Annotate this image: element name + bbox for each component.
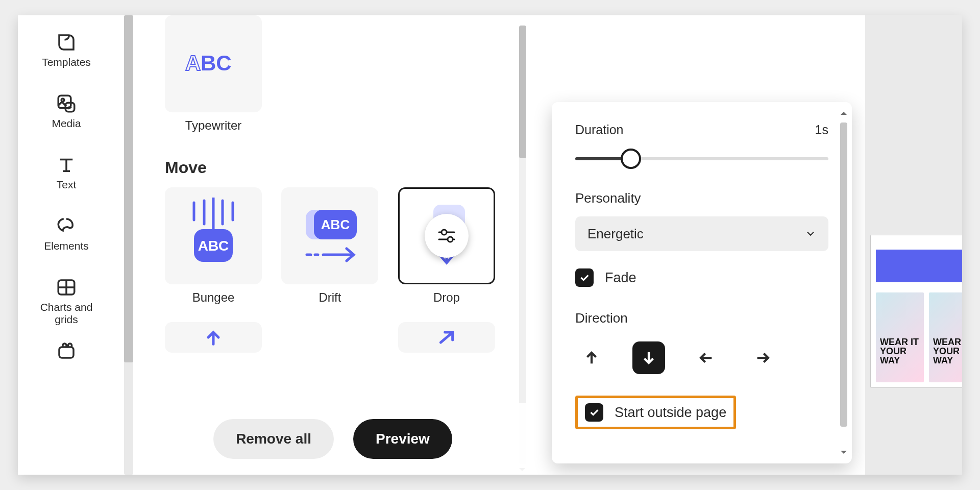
- direction-up-button[interactable]: [575, 341, 608, 374]
- scroll-up-icon: [839, 108, 849, 118]
- check-icon: [589, 407, 600, 418]
- duration-value: 1s: [815, 122, 828, 137]
- check-icon: [579, 272, 590, 283]
- animation-label: Typewriter: [185, 118, 242, 133]
- bungee-preview-icon: ABC: [178, 198, 249, 274]
- canvas-thumbnail-2: WEAR IT YOUR WAY: [929, 292, 962, 382]
- sidebar-label-elements: Elements: [44, 240, 89, 252]
- fade-checkbox[interactable]: [575, 268, 594, 287]
- sidebar-item-text[interactable]: Text: [56, 154, 77, 191]
- text-icon: [56, 154, 77, 176]
- animation-panel: A BC Typewriter Move: [136, 15, 529, 475]
- arrow-right-icon: [754, 349, 772, 366]
- animation-card-typewriter[interactable]: A BC Typewriter: [165, 15, 262, 133]
- sidebar-item-templates[interactable]: Templates: [42, 32, 91, 68]
- animation-card-extra-3[interactable]: [398, 322, 495, 353]
- animation-options-popover: Duration 1s Personality Energetic Fade D…: [552, 102, 852, 463]
- start-outside-highlight: Start outside page: [575, 396, 736, 429]
- sidebar-item-media[interactable]: Media: [52, 93, 81, 130]
- animation-card-extra-1[interactable]: [165, 322, 262, 353]
- sidebar-scrollbar[interactable]: [121, 15, 136, 475]
- start-outside-label: Start outside page: [615, 405, 726, 421]
- remove-all-button[interactable]: Remove all: [213, 419, 334, 459]
- sidebar-label-media: Media: [52, 117, 81, 130]
- section-title-move: Move: [165, 158, 529, 177]
- animation-label: Bungee: [192, 290, 235, 305]
- canvas-thumbnail-1: WEAR IT YOUR WAY: [876, 292, 924, 382]
- addons-icon: [56, 340, 77, 361]
- direction-label: Direction: [575, 310, 828, 326]
- personality-value: Energetic: [587, 226, 644, 242]
- canvas-document[interactable]: WEAR IT YOUR WAY WEAR IT YOUR WAY: [870, 235, 962, 388]
- arrow-down-icon: [640, 349, 657, 366]
- arrow-up-icon: [583, 349, 600, 366]
- duration-slider[interactable]: [575, 151, 828, 167]
- arrow-upright-icon: [435, 327, 458, 348]
- sidebar-item-charts[interactable]: Charts and grids: [33, 277, 100, 326]
- media-icon: [56, 93, 77, 114]
- start-outside-checkbox[interactable]: [585, 403, 603, 422]
- drift-preview-icon: ABC: [291, 198, 368, 274]
- charts-icon: [56, 277, 77, 298]
- personality-select[interactable]: Energetic: [575, 216, 828, 251]
- direction-buttons: [575, 341, 828, 374]
- animation-card-bungee[interactable]: ABC Bungee: [165, 187, 262, 305]
- scroll-down-icon: [839, 447, 849, 457]
- svg-rect-4: [59, 347, 74, 358]
- elements-icon: [56, 215, 77, 237]
- canvas-area: WEAR IT YOUR WAY WEAR IT YOUR WAY: [865, 15, 962, 475]
- svg-text:BC: BC: [201, 51, 232, 75]
- chevron-down-icon: [805, 228, 816, 239]
- svg-point-22: [442, 230, 447, 235]
- svg-text:ABC: ABC: [198, 238, 229, 254]
- canvas-blue-bar: [876, 250, 962, 282]
- animation-label: Drop: [433, 290, 460, 305]
- svg-text:ABC: ABC: [321, 217, 350, 232]
- sidebar-label-charts: Charts and grids: [33, 301, 100, 326]
- animation-card-drop[interactable]: Drop: [398, 187, 495, 305]
- sidebar-label-text: Text: [57, 179, 77, 191]
- svg-text:A: A: [185, 51, 201, 75]
- fade-label: Fade: [605, 270, 636, 286]
- duration-label: Duration: [575, 122, 624, 137]
- preview-button[interactable]: Preview: [353, 419, 452, 459]
- sidebar-label-templates: Templates: [42, 56, 91, 68]
- sliders-icon: [435, 224, 458, 248]
- left-sidebar: Templates Media Text Elements Charts and…: [18, 15, 115, 475]
- direction-down-button[interactable]: [632, 341, 665, 374]
- arrow-left-icon: [697, 349, 715, 366]
- fade-checkbox-row[interactable]: Fade: [575, 268, 828, 287]
- sidebar-item-addons[interactable]: [56, 340, 77, 361]
- direction-right-button[interactable]: [747, 341, 779, 374]
- svg-point-24: [448, 237, 453, 242]
- arrow-up-icon: [203, 327, 224, 348]
- animation-panel-footer: Remove all Preview: [136, 403, 529, 475]
- sidebar-item-elements[interactable]: Elements: [44, 215, 89, 252]
- typewriter-preview-icon: A BC: [185, 51, 241, 77]
- direction-left-button[interactable]: [690, 341, 722, 374]
- animation-label: Drift: [318, 290, 341, 305]
- popover-scrollbar[interactable]: [838, 108, 850, 457]
- personality-label: Personality: [575, 190, 828, 206]
- animation-card-drift[interactable]: ABC Drift: [281, 187, 378, 305]
- animation-settings-button[interactable]: [425, 214, 469, 258]
- templates-icon: [56, 32, 77, 53]
